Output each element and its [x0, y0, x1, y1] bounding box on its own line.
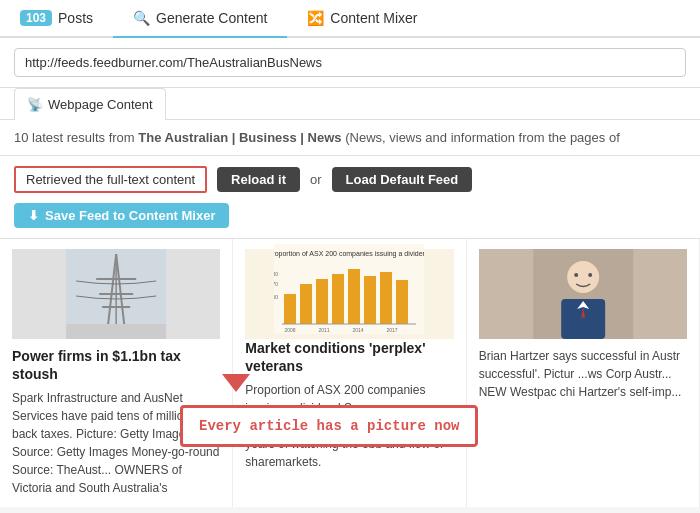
svg-text:2011: 2011: [319, 327, 330, 333]
article-image-1: [12, 249, 220, 339]
svg-rect-15: [380, 272, 392, 324]
article-body-3: Brian Hartzer says successful in Austr s…: [479, 347, 687, 401]
svg-rect-12: [332, 274, 344, 324]
svg-rect-11: [316, 279, 328, 324]
url-input[interactable]: http://feeds.feedburner.com/TheAustralia…: [14, 48, 686, 77]
top-nav-tabs: 103 Posts 🔍 Generate Content 🔀 Content M…: [0, 0, 700, 38]
article-card-1: Power firms in $1.1bn tax stoush Spark I…: [0, 239, 233, 507]
rss-icon: 📡: [27, 97, 43, 112]
generate-label: Generate Content: [156, 10, 267, 26]
info-prefix: 10 latest results from: [14, 130, 138, 145]
svg-point-26: [567, 261, 599, 293]
content-type-tabs: 📡 Webpage Content: [0, 88, 700, 120]
svg-text:Proportion of ASX 200 companie: Proportion of ASX 200 companies issuing …: [274, 250, 424, 258]
svg-text:70: 70: [274, 281, 278, 287]
tab-posts[interactable]: 103 Posts: [0, 0, 113, 38]
article-title-2: Market conditions 'perplex' veterans: [245, 339, 453, 375]
svg-rect-16: [396, 280, 408, 324]
action-bar: Retrieved the full-text content Reload i…: [0, 156, 700, 239]
svg-text:2008: 2008: [285, 327, 296, 333]
article-title-1: Power firms in $1.1bn tax stoush: [12, 347, 220, 383]
article-image-2: Proportion of ASX 200 companies issuing …: [245, 249, 453, 339]
svg-rect-9: [284, 294, 296, 324]
tab-generate[interactable]: 🔍 Generate Content: [113, 0, 287, 38]
reload-button[interactable]: Reload it: [217, 167, 300, 192]
mixer-label: Content Mixer: [330, 10, 417, 26]
search-icon: 🔍: [133, 10, 150, 26]
annotation-box: Every article has a picture now: [180, 405, 478, 447]
content-area: Power firms in $1.1bn tax stoush Spark I…: [0, 239, 700, 507]
svg-rect-13: [348, 269, 360, 324]
annotation-text: Every article has a picture now: [199, 418, 459, 434]
tab-mixer[interactable]: 🔀 Content Mixer: [287, 0, 437, 38]
webpage-content-tab[interactable]: 📡 Webpage Content: [14, 88, 166, 120]
webpage-content-label: Webpage Content: [48, 97, 153, 112]
svg-point-31: [588, 273, 592, 277]
info-bar: 10 latest results from The Australian | …: [0, 120, 700, 156]
article-image-3: [479, 249, 687, 339]
load-default-button[interactable]: Load Default Feed: [332, 167, 473, 192]
svg-rect-14: [364, 276, 376, 324]
svg-text:2017: 2017: [387, 327, 398, 333]
svg-text:80: 80: [274, 271, 278, 277]
status-box: Retrieved the full-text content: [14, 166, 207, 193]
source-name: The Australian | Business | News: [138, 130, 341, 145]
or-text: or: [310, 172, 322, 187]
mixer-icon: 🔀: [307, 10, 324, 26]
posts-badge: 103: [20, 10, 52, 26]
download-icon: ⬇: [28, 208, 39, 223]
article-card-2: Proportion of ASX 200 companies issuing …: [233, 239, 466, 507]
save-feed-button[interactable]: ⬇ Save Feed to Content Mixer: [14, 203, 229, 228]
svg-text:60: 60: [274, 294, 278, 300]
article-card-3: Brian Hartzer says successful in Austr s…: [467, 239, 700, 507]
posts-label: Posts: [58, 10, 93, 26]
annotation-arrow: [222, 374, 250, 392]
svg-point-30: [574, 273, 578, 277]
svg-text:2014: 2014: [353, 327, 364, 333]
svg-rect-10: [300, 284, 312, 324]
status-text: Retrieved the full-text content: [26, 172, 195, 187]
svg-rect-7: [66, 324, 166, 339]
url-bar: http://feeds.feedburner.com/TheAustralia…: [0, 38, 700, 88]
info-suffix: (News, views and information from the pa…: [342, 130, 620, 145]
